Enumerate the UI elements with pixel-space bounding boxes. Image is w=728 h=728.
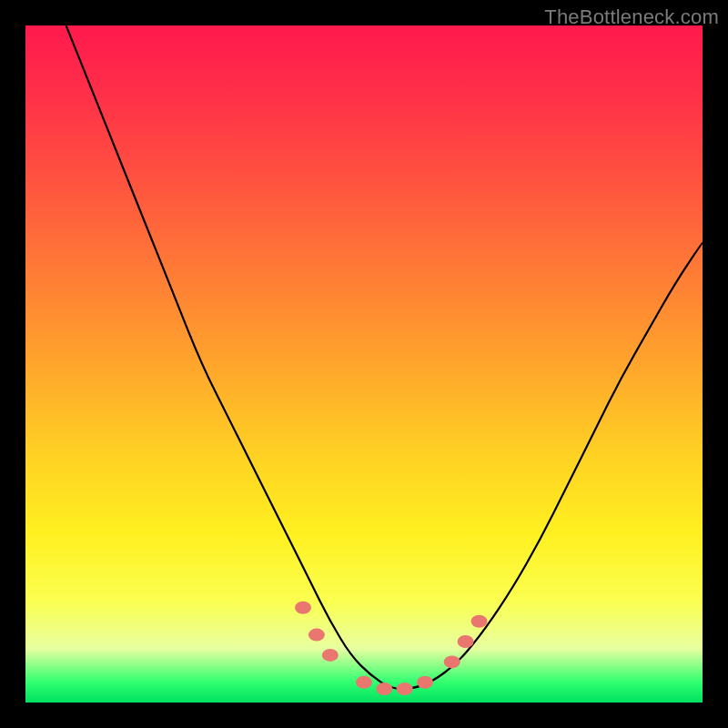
curve-marker-dot [322,649,339,662]
curve-marker-dot [376,682,392,695]
plot-area [25,25,703,703]
curve-marker-dot [308,629,325,642]
curve-markers [25,25,703,703]
curve-marker-dot [458,635,474,648]
chart-outer-frame: TheBottleneck.com [0,0,728,728]
curve-marker-dot [295,602,311,614]
curve-marker-dot [356,676,372,689]
curve-marker-dot [471,615,488,628]
curve-marker-dot [444,655,460,668]
curve-marker-dot [397,682,413,695]
curve-marker-dot [417,676,433,689]
